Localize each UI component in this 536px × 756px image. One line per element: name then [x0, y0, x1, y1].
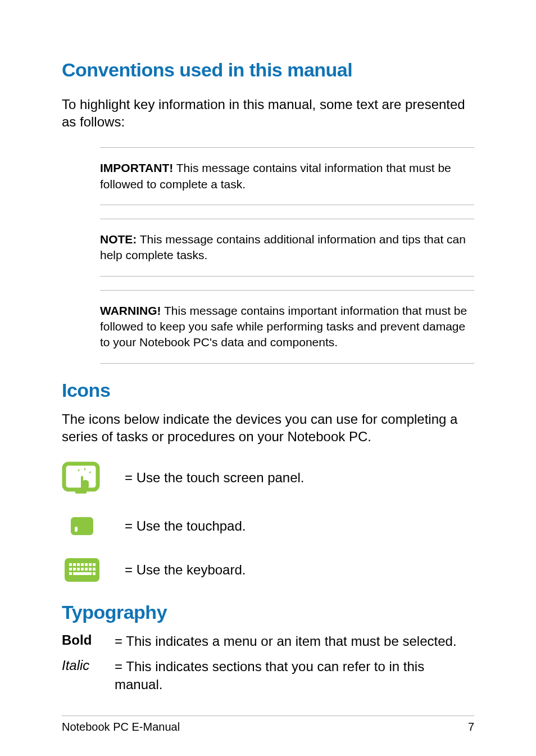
- conventions-intro-text: To highlight key information in this man…: [62, 96, 474, 130]
- footer-page-number: 7: [468, 721, 474, 734]
- page-content: Conventions used in this manual To highl…: [0, 0, 536, 722]
- typography-row-bold: Bold = This indicates a menu or an item …: [62, 632, 474, 650]
- icon-row-keyboard: = Use the keyboard.: [62, 554, 474, 586]
- svg-rect-19: [69, 572, 72, 575]
- svg-rect-3: [75, 527, 78, 532]
- icon-label-keyboard: = Use the keyboard.: [125, 562, 246, 578]
- touchscreen-icon: [62, 462, 102, 494]
- typography-italic-desc: = This indicates sections that you can r…: [115, 658, 474, 692]
- svg-rect-10: [89, 563, 92, 566]
- callout-warning-text: WARNING! This message contains important…: [100, 303, 474, 351]
- typography-bold-desc: = This indicates a menu or an item that …: [115, 632, 457, 650]
- callout-important-text: IMPORTANT! This message contains vital i…: [100, 160, 474, 192]
- svg-rect-6: [73, 563, 76, 566]
- footer-title: Notebook PC E-Manual: [62, 721, 180, 734]
- callout-important: IMPORTANT! This message contains vital i…: [100, 147, 474, 205]
- typography-bold-label: Bold: [62, 632, 115, 650]
- icon-label-touchscreen: = Use the touch screen panel.: [125, 470, 305, 486]
- svg-rect-14: [77, 568, 80, 571]
- callout-note: NOTE: This message contains additional i…: [100, 219, 474, 277]
- callout-important-label: IMPORTANT!: [100, 161, 173, 174]
- svg-rect-20: [73, 572, 92, 575]
- svg-rect-21: [93, 572, 96, 575]
- svg-rect-2: [71, 517, 93, 535]
- svg-rect-16: [85, 568, 88, 571]
- icon-row-touchpad: = Use the touchpad.: [62, 510, 474, 542]
- callout-warning-label: WARNING!: [100, 304, 161, 317]
- callout-note-text: NOTE: This message contains additional i…: [100, 232, 474, 264]
- svg-rect-17: [89, 568, 92, 571]
- typography-row-italic: Italic = This indicates sections that yo…: [62, 658, 474, 692]
- svg-rect-15: [81, 568, 84, 571]
- callout-note-body: This message contains additional informa…: [100, 233, 466, 261]
- callout-note-label: NOTE:: [100, 233, 137, 246]
- svg-rect-12: [69, 568, 72, 571]
- svg-rect-11: [93, 563, 96, 566]
- page-footer: Notebook PC E-Manual 7: [62, 716, 474, 734]
- svg-rect-18: [93, 568, 96, 571]
- svg-rect-7: [77, 563, 80, 566]
- heading-icons: Icons: [62, 379, 474, 401]
- svg-rect-9: [85, 563, 88, 566]
- icon-row-touchscreen: = Use the touch screen panel.: [62, 462, 474, 494]
- icon-label-touchpad: = Use the touchpad.: [125, 518, 246, 534]
- heading-typography: Typography: [62, 601, 474, 623]
- svg-rect-5: [69, 563, 72, 566]
- svg-rect-8: [81, 563, 84, 566]
- heading-conventions: Conventions used in this manual: [62, 59, 474, 81]
- typography-italic-label: Italic: [62, 658, 115, 692]
- svg-rect-1: [75, 490, 87, 494]
- callout-warning: WARNING! This message contains important…: [100, 290, 474, 364]
- touchpad-icon: [62, 510, 102, 542]
- icons-intro-text: The icons below indicate the devices you…: [62, 410, 474, 445]
- svg-rect-13: [73, 568, 76, 571]
- keyboard-icon: [62, 554, 102, 586]
